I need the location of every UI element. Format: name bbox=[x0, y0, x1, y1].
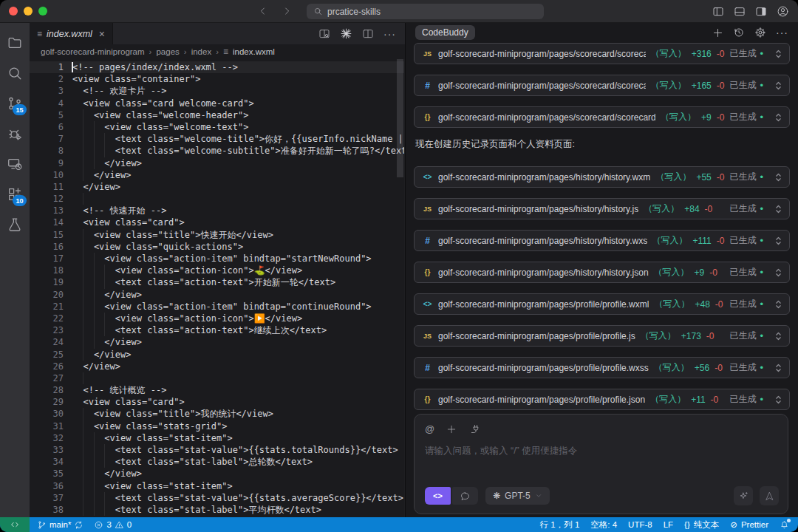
code-line[interactable]: 15 <view class="title">快速开始</view> bbox=[30, 229, 404, 241]
expand-collapse-icon[interactable] bbox=[775, 204, 782, 214]
file-operation-row[interactable]: <>golf-scorecard-miniprogram/pages/profi… bbox=[414, 293, 790, 315]
code-line[interactable]: 14 <view class="card"> bbox=[30, 216, 404, 228]
toggle-bottom-panel-icon[interactable] bbox=[734, 6, 746, 18]
code-line[interactable]: 25 </view> bbox=[30, 349, 404, 361]
code-line[interactable]: 9 </view> bbox=[30, 157, 404, 169]
code-line[interactable]: 38 <text class="stat-label">平均杆数</text> bbox=[30, 504, 404, 516]
expand-collapse-icon[interactable] bbox=[775, 112, 782, 123]
toggle-right-sidebar-icon[interactable] bbox=[755, 6, 767, 18]
eol-status[interactable]: LF bbox=[664, 520, 673, 529]
code-line[interactable]: 24 </view> bbox=[30, 336, 404, 348]
extensions-icon[interactable]: 10 bbox=[0, 179, 30, 209]
history-back-button[interactable] bbox=[257, 5, 269, 17]
code-line[interactable]: 34 <text class="stat-label">总轮数</text> bbox=[30, 456, 404, 468]
language-mode[interactable]: {} 纯文本 bbox=[684, 519, 719, 531]
model-selector[interactable]: ❋ GPT-5 bbox=[485, 487, 550, 505]
search-sidebar-icon[interactable] bbox=[0, 58, 30, 88]
command-center-search[interactable]: prcatice-skills bbox=[307, 4, 544, 19]
code-line[interactable]: 35 </view> bbox=[30, 468, 404, 480]
code-line[interactable]: 30 <view class="title">我的统计</view> bbox=[30, 408, 404, 420]
code-line[interactable]: 18 <view class="action-icon">⛳</view> bbox=[30, 265, 404, 276]
expand-collapse-icon[interactable] bbox=[775, 299, 782, 310]
attach-plus-icon[interactable] bbox=[446, 424, 457, 434]
maximize-window-button[interactable] bbox=[38, 7, 47, 16]
code-line[interactable]: 2<view class="container"> bbox=[30, 73, 404, 85]
remote-indicator[interactable] bbox=[0, 517, 30, 532]
file-operation-row[interactable]: #golf-scorecard-miniprogram/pages/profil… bbox=[414, 357, 790, 378]
expand-collapse-icon[interactable] bbox=[775, 267, 782, 278]
code-line[interactable]: 33 <text class="stat-value">{{stats.tota… bbox=[30, 444, 404, 456]
codebuddy-burst-icon[interactable] bbox=[340, 27, 352, 40]
problems-status[interactable]: 3 0 bbox=[94, 520, 132, 530]
file-operation-row[interactable]: {}golf-scorecard-miniprogram/pages/profi… bbox=[414, 389, 790, 410]
chat-history-icon[interactable] bbox=[733, 27, 745, 38]
file-operation-row[interactable]: JSgolf-scorecard-miniprogram/pages/score… bbox=[414, 43, 790, 64]
code-line[interactable]: 32 <view class="stat-item"> bbox=[30, 432, 404, 444]
code-line[interactable]: 3 <!-- 欢迎卡片 --> bbox=[30, 85, 404, 97]
code-line[interactable]: 23 <text class="action-text">继续上次</text> bbox=[30, 324, 404, 336]
code-line[interactable]: 21 <view class="action-item" bindtap="co… bbox=[30, 301, 404, 313]
tab-index-wxml[interactable]: ≡ index.wxml × bbox=[30, 23, 113, 44]
file-operation-row[interactable]: {}golf-scorecard-miniprogram/pages/score… bbox=[414, 106, 790, 128]
remote-explorer-icon[interactable] bbox=[0, 149, 30, 179]
file-operation-row[interactable]: #golf-scorecard-miniprogram/pages/scorec… bbox=[414, 75, 790, 96]
code-line[interactable]: 10 </view> bbox=[30, 169, 404, 181]
code-line[interactable]: 19 <text class="action-text">开始新一轮</text… bbox=[30, 276, 404, 288]
account-icon[interactable] bbox=[777, 5, 789, 18]
code-line[interactable]: 22 <view class="action-icon">▶️</view> bbox=[30, 313, 404, 324]
expand-collapse-icon[interactable] bbox=[775, 331, 782, 341]
code-line[interactable]: 29 <view class="card"> bbox=[30, 396, 404, 408]
mention-context-icon[interactable]: @ bbox=[425, 423, 434, 434]
code-line[interactable]: 16 <view class="quick-actions"> bbox=[30, 241, 404, 253]
code-line[interactable]: 1<!-- pages/index/index.wxml --> bbox=[30, 61, 404, 73]
formatter-status[interactable]: ⊘ Prettier bbox=[730, 519, 768, 530]
code-mode-toggle[interactable]: <> bbox=[425, 487, 451, 505]
close-window-button[interactable] bbox=[9, 7, 18, 16]
code-line[interactable]: 6 <view class="welcome-text"> bbox=[30, 121, 404, 133]
file-operation-row[interactable]: {}golf-scorecard-miniprogram/pages/histo… bbox=[414, 262, 790, 283]
testing-icon[interactable] bbox=[0, 209, 30, 239]
indentation-status[interactable]: 空格: 4 bbox=[590, 519, 617, 531]
file-operation-row[interactable]: JSgolf-scorecard-miniprogram/pages/profi… bbox=[414, 325, 790, 347]
code-line[interactable]: 37 <text class="stat-value">{{stats.aver… bbox=[30, 492, 404, 504]
file-operation-row[interactable]: JSgolf-scorecard-miniprogram/pages/histo… bbox=[414, 198, 790, 219]
close-tab-icon[interactable]: × bbox=[99, 28, 105, 40]
new-chat-icon[interactable] bbox=[712, 27, 723, 38]
notifications-bell-icon[interactable] bbox=[780, 520, 789, 530]
enhance-prompt-button[interactable] bbox=[734, 486, 753, 505]
code-line[interactable]: 4 <view class="card welcome-card"> bbox=[30, 98, 404, 109]
toggle-left-sidebar-icon[interactable] bbox=[712, 6, 724, 18]
expand-collapse-icon[interactable] bbox=[775, 363, 782, 373]
history-forward-button[interactable] bbox=[281, 5, 293, 17]
expand-collapse-icon[interactable] bbox=[775, 49, 782, 59]
mcp-plug-icon[interactable] bbox=[468, 423, 480, 434]
expand-collapse-icon[interactable] bbox=[775, 395, 782, 405]
code-editor[interactable]: 1<!-- pages/index/index.wxml -->2<view c… bbox=[30, 59, 404, 517]
split-editor-icon[interactable] bbox=[362, 28, 374, 40]
editor-scrollbar[interactable] bbox=[397, 59, 403, 177]
chat-mode-toggle[interactable] bbox=[452, 487, 478, 505]
code-line[interactable]: 17 <view class="action-item" bindtap="st… bbox=[30, 253, 404, 265]
file-operation-row[interactable]: <>golf-scorecard-miniprogram/pages/histo… bbox=[414, 166, 790, 188]
expand-collapse-icon[interactable] bbox=[775, 236, 782, 246]
settings-gear-icon[interactable] bbox=[754, 27, 766, 38]
minimize-window-button[interactable] bbox=[24, 7, 33, 16]
code-line[interactable]: 5 <view class="welcome-header"> bbox=[30, 109, 404, 121]
encoding-status[interactable]: UTF-8 bbox=[628, 520, 652, 529]
expand-collapse-icon[interactable] bbox=[775, 172, 782, 183]
panel-more-actions-icon[interactable]: ··· bbox=[776, 27, 788, 38]
code-line[interactable]: 13 <!-- 快速开始 --> bbox=[30, 205, 404, 216]
cursor-position[interactable]: 行 1，列 1 bbox=[540, 519, 580, 531]
code-line[interactable]: 26 </view> bbox=[30, 361, 404, 372]
editor-more-actions-icon[interactable]: ··· bbox=[383, 28, 396, 40]
file-operation-row[interactable]: #golf-scorecard-miniprogram/pages/histor… bbox=[414, 230, 790, 251]
code-line[interactable]: 20 </view> bbox=[30, 289, 404, 301]
branch-status[interactable]: main* bbox=[37, 520, 83, 530]
explorer-icon[interactable] bbox=[0, 27, 30, 58]
breadcrumb[interactable]: golf-scorecard-miniprogram› pages› index… bbox=[30, 44, 416, 59]
codebuddy-tab[interactable]: CodeBuddy bbox=[415, 25, 475, 40]
code-line[interactable]: 8 <text class="welcome-subtitle">准备好开始新一… bbox=[30, 145, 404, 157]
code-line[interactable]: 27 bbox=[30, 372, 404, 384]
chat-input-placeholder[interactable]: 请输入问题，或输入 “/” 使用便捷指令 bbox=[425, 445, 777, 457]
source-control-icon[interactable]: 15 bbox=[0, 88, 30, 118]
